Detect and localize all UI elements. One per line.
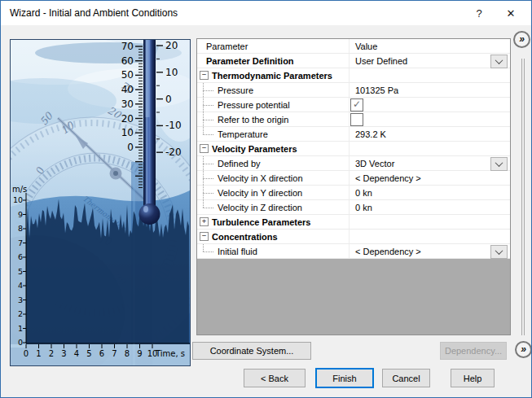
row-defined-by[interactable]: Defined by3D Vector bbox=[197, 156, 510, 171]
help-button[interactable]: Help bbox=[451, 369, 495, 387]
param-cell: Initial fluid bbox=[197, 244, 350, 258]
param-label: Thermodynamic Parameters bbox=[209, 71, 332, 81]
wizard-dialog: Wizard - Initial and Ambient Conditions … bbox=[0, 0, 532, 398]
param-label: Parameter bbox=[197, 42, 248, 51]
cancel-button[interactable]: Cancel bbox=[382, 369, 430, 387]
row-velocity-in-x-direction[interactable]: Velocity in X direction< Dependency > bbox=[197, 171, 510, 186]
row-initial-fluid[interactable]: Initial fluid< Dependency > bbox=[197, 244, 510, 259]
row-velocity-in-z-direction[interactable]: Velocity in Z direction0 kn bbox=[197, 200, 510, 215]
thermometer-bulb bbox=[139, 203, 160, 225]
back-button[interactable]: < Back bbox=[244, 369, 306, 387]
thermo-left-label: 40 bbox=[121, 84, 134, 95]
coordinate-system-button[interactable]: Coordinate System... bbox=[192, 342, 311, 360]
collapse-icon[interactable]: − bbox=[200, 232, 209, 241]
value-text: < Dependency > bbox=[355, 173, 421, 183]
param-cell: Defined by bbox=[197, 156, 350, 170]
thermometer-preview-image: 705020100-10-20Thermometer10987654321001… bbox=[10, 39, 191, 366]
graph-xtick: 8 bbox=[125, 349, 130, 358]
row-pressure-potential[interactable]: Pressure potential✓ bbox=[197, 98, 510, 112]
graph-ytick: 8 bbox=[18, 224, 23, 233]
dropdown-button-parameter-definition[interactable] bbox=[490, 55, 508, 68]
row-velocity-parameters[interactable]: −Velocity Parameters bbox=[197, 142, 510, 156]
dependency-button[interactable]: Dependency... bbox=[440, 342, 507, 360]
param-cell: Pressure bbox=[197, 83, 350, 97]
graph-ytick: 9 bbox=[18, 210, 23, 219]
parameter-table-rows: ParameterValueParameter DefinitionUser D… bbox=[197, 39, 510, 259]
collapse-icon[interactable]: − bbox=[200, 144, 209, 153]
close-icon: ✕ bbox=[507, 7, 516, 20]
checkbox-pressure-potential-checked[interactable]: ✓ bbox=[350, 98, 363, 112]
dropdown-button-defined-by[interactable] bbox=[490, 157, 508, 171]
param-cell: −Concentrations bbox=[197, 230, 350, 243]
graph-xtick: 5 bbox=[86, 349, 91, 358]
finish-button[interactable]: Finish bbox=[315, 368, 374, 388]
chevron-down-icon bbox=[495, 159, 503, 167]
thermo-left-label: 70 bbox=[121, 41, 134, 52]
graph-xtick: 3 bbox=[61, 349, 66, 358]
param-label: Velocity in Z direction bbox=[218, 203, 302, 212]
tree-line bbox=[200, 244, 218, 258]
titlebar: Wizard - Initial and Ambient Conditions … bbox=[1, 1, 531, 25]
row-temperature[interactable]: Temperature293.2 K bbox=[197, 127, 510, 142]
value-text: 293.2 K bbox=[355, 129, 386, 139]
value-cell: User Defined bbox=[350, 54, 510, 68]
value-text: 3D Vector bbox=[355, 159, 394, 168]
thermo-right-label: -20 bbox=[165, 147, 182, 158]
tree-line bbox=[200, 112, 218, 126]
value-cell: ✓ bbox=[350, 98, 510, 112]
graph-ytick: 10 bbox=[13, 195, 23, 204]
collapse-icon[interactable]: − bbox=[200, 71, 209, 80]
param-label: Turbulence Parameters bbox=[209, 217, 310, 227]
param-label: Concentrations bbox=[209, 232, 278, 242]
checkbox-refer-to-the-origin-unchecked[interactable] bbox=[350, 113, 363, 126]
param-label: Refer to the origin bbox=[218, 115, 288, 125]
expand-pane-top-button[interactable]: » bbox=[513, 31, 530, 48]
value-cell bbox=[350, 215, 510, 229]
close-button[interactable]: ✕ bbox=[495, 1, 526, 25]
value-cell: 293.2 K bbox=[350, 127, 510, 141]
graph-xtick: 4 bbox=[74, 349, 79, 358]
param-label: Defined by bbox=[218, 159, 261, 168]
expand-pane-bottom-button[interactable]: » bbox=[515, 341, 532, 358]
row-turbulence-parameters[interactable]: +Turbulence Parameters bbox=[197, 215, 510, 230]
row-thermodynamic-parameters[interactable]: −Thermodynamic Parameters bbox=[197, 68, 510, 83]
graph-xlabel: Time, s bbox=[155, 349, 185, 358]
graph-ylabel: m/s bbox=[12, 185, 27, 194]
param-cell: −Velocity Parameters bbox=[197, 142, 350, 155]
expand-icon[interactable]: + bbox=[200, 217, 209, 226]
graph-ytick: 2 bbox=[18, 309, 23, 318]
thermo-right-label: 20 bbox=[165, 40, 178, 51]
graph-ytick: 4 bbox=[18, 281, 23, 290]
titlebar-help-button[interactable]: ? bbox=[463, 1, 495, 25]
value-cell: 101325 Pa bbox=[350, 83, 510, 97]
thermo-left-label: 20 bbox=[121, 113, 134, 125]
value-cell: Value bbox=[350, 39, 510, 53]
param-cell: Velocity in Z direction bbox=[197, 200, 350, 214]
graph-ytick: 6 bbox=[18, 252, 23, 261]
row-concentrations[interactable]: −Concentrations bbox=[197, 230, 510, 244]
value-cell bbox=[350, 68, 510, 82]
thermo-left-label: 60 bbox=[121, 55, 134, 67]
pane-splitter[interactable] bbox=[521, 59, 525, 335]
tree-line bbox=[200, 186, 218, 199]
dropdown-button-initial-fluid[interactable] bbox=[490, 245, 508, 259]
row-refer-to-the-origin[interactable]: Refer to the origin bbox=[197, 112, 510, 127]
row-parameter-definition[interactable]: Parameter DefinitionUser Defined bbox=[197, 54, 510, 68]
tree-line bbox=[200, 98, 218, 112]
tree-line bbox=[200, 156, 218, 170]
value-text: User Defined bbox=[355, 56, 407, 66]
graph-ytick: 7 bbox=[18, 238, 23, 247]
param-cell: +Turbulence Parameters bbox=[197, 215, 350, 229]
parameter-table: ParameterValueParameter DefinitionUser D… bbox=[196, 38, 511, 335]
param-cell: Refer to the origin bbox=[197, 112, 350, 126]
value-text: Value bbox=[355, 42, 377, 51]
graph-xtick: 1 bbox=[36, 349, 41, 358]
param-cell: Parameter Definition bbox=[197, 54, 350, 68]
value-cell: 3D Vector bbox=[350, 156, 510, 170]
tree-line bbox=[200, 83, 218, 97]
graph-xtick: 7 bbox=[112, 349, 117, 358]
graph-ytick: 3 bbox=[18, 295, 23, 304]
row-pressure[interactable]: Pressure101325 Pa bbox=[197, 83, 510, 98]
row-velocity-in-y-direction[interactable]: Velocity in Y direction0 kn bbox=[197, 186, 510, 200]
thermo-right-label: 0 bbox=[165, 94, 172, 105]
